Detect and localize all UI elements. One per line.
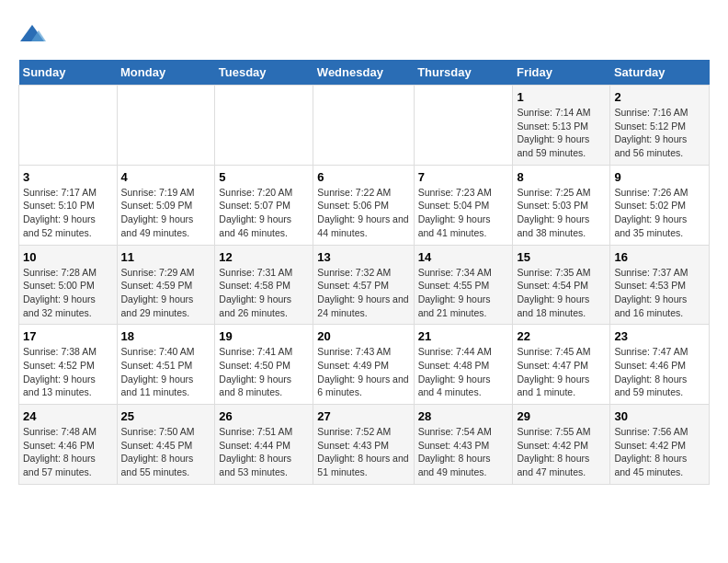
- day-info: Sunrise: 7:32 AMSunset: 4:57 PMDaylight:…: [317, 266, 409, 320]
- calendar-cell: 19Sunrise: 7:41 AMSunset: 4:50 PMDayligh…: [215, 325, 313, 405]
- day-number: 5: [219, 170, 309, 184]
- day-info: Sunrise: 7:48 AMSunset: 4:46 PMDaylight:…: [23, 425, 113, 479]
- day-number: 27: [317, 409, 409, 423]
- calendar-cell: 10Sunrise: 7:28 AMSunset: 5:00 PMDayligh…: [19, 245, 118, 325]
- day-info: Sunrise: 7:29 AMSunset: 4:59 PMDaylight:…: [121, 266, 211, 320]
- day-number: 8: [517, 170, 606, 184]
- day-info: Sunrise: 7:37 AMSunset: 4:53 PMDaylight:…: [614, 266, 705, 320]
- day-info: Sunrise: 7:44 AMSunset: 4:48 PMDaylight:…: [418, 345, 509, 399]
- col-monday: Monday: [117, 60, 215, 86]
- calendar-cell: 11Sunrise: 7:29 AMSunset: 4:59 PMDayligh…: [117, 245, 215, 325]
- day-number: 24: [23, 409, 113, 423]
- calendar-week-4: 17Sunrise: 7:38 AMSunset: 4:52 PMDayligh…: [19, 325, 710, 405]
- day-info: Sunrise: 7:54 AMSunset: 4:43 PMDaylight:…: [418, 425, 509, 479]
- calendar-cell: 21Sunrise: 7:44 AMSunset: 4:48 PMDayligh…: [414, 325, 513, 405]
- day-number: 14: [418, 250, 509, 264]
- calendar-cell: 15Sunrise: 7:35 AMSunset: 4:54 PMDayligh…: [513, 245, 610, 325]
- col-saturday: Saturday: [610, 60, 710, 86]
- calendar-cell: [117, 86, 215, 166]
- day-info: Sunrise: 7:28 AMSunset: 5:00 PMDaylight:…: [23, 266, 113, 320]
- col-sunday: Sunday: [19, 60, 118, 86]
- day-info: Sunrise: 7:34 AMSunset: 4:55 PMDaylight:…: [418, 266, 509, 320]
- calendar-cell: 26Sunrise: 7:51 AMSunset: 4:44 PMDayligh…: [215, 405, 313, 485]
- day-info: Sunrise: 7:23 AMSunset: 5:04 PMDaylight:…: [418, 186, 509, 240]
- calendar-cell: 17Sunrise: 7:38 AMSunset: 4:52 PMDayligh…: [19, 325, 118, 405]
- calendar-cell: 30Sunrise: 7:56 AMSunset: 4:42 PMDayligh…: [610, 405, 710, 485]
- day-info: Sunrise: 7:31 AMSunset: 4:58 PMDaylight:…: [219, 266, 309, 320]
- day-number: 20: [317, 329, 409, 343]
- col-wednesday: Wednesday: [313, 60, 414, 86]
- calendar-cell: 25Sunrise: 7:50 AMSunset: 4:45 PMDayligh…: [117, 405, 215, 485]
- calendar-week-2: 3Sunrise: 7:17 AMSunset: 5:10 PMDaylight…: [19, 165, 710, 245]
- calendar-cell: [313, 86, 414, 166]
- calendar-cell: 7Sunrise: 7:23 AMSunset: 5:04 PMDaylight…: [414, 165, 513, 245]
- day-number: 29: [517, 409, 606, 423]
- header-row: Sunday Monday Tuesday Wednesday Thursday…: [19, 60, 710, 86]
- day-number: 2: [614, 90, 705, 104]
- calendar-week-3: 10Sunrise: 7:28 AMSunset: 5:00 PMDayligh…: [19, 245, 710, 325]
- day-number: 9: [614, 170, 705, 184]
- day-info: Sunrise: 7:14 AMSunset: 5:13 PMDaylight:…: [517, 106, 606, 160]
- day-number: 17: [23, 329, 113, 343]
- calendar-body: 1Sunrise: 7:14 AMSunset: 5:13 PMDaylight…: [19, 86, 710, 485]
- calendar-cell: 20Sunrise: 7:43 AMSunset: 4:49 PMDayligh…: [313, 325, 414, 405]
- day-info: Sunrise: 7:40 AMSunset: 4:51 PMDaylight:…: [121, 345, 211, 399]
- calendar-cell: 8Sunrise: 7:25 AMSunset: 5:03 PMDaylight…: [513, 165, 610, 245]
- calendar-cell: 5Sunrise: 7:20 AMSunset: 5:07 PMDaylight…: [215, 165, 313, 245]
- day-info: Sunrise: 7:45 AMSunset: 4:47 PMDaylight:…: [517, 345, 606, 399]
- day-number: 22: [517, 329, 606, 343]
- calendar-cell: 9Sunrise: 7:26 AMSunset: 5:02 PMDaylight…: [610, 165, 710, 245]
- calendar-cell: 29Sunrise: 7:55 AMSunset: 4:42 PMDayligh…: [513, 405, 610, 485]
- day-number: 4: [121, 170, 211, 184]
- calendar-cell: 22Sunrise: 7:45 AMSunset: 4:47 PMDayligh…: [513, 325, 610, 405]
- day-number: 13: [317, 250, 409, 264]
- day-number: 1: [517, 90, 606, 104]
- day-number: 30: [614, 409, 705, 423]
- day-info: Sunrise: 7:22 AMSunset: 5:06 PMDaylight:…: [317, 186, 409, 240]
- calendar-cell: 14Sunrise: 7:34 AMSunset: 4:55 PMDayligh…: [414, 245, 513, 325]
- calendar-table: Sunday Monday Tuesday Wednesday Thursday…: [18, 60, 710, 485]
- day-number: 26: [219, 409, 309, 423]
- calendar-cell: 1Sunrise: 7:14 AMSunset: 5:13 PMDaylight…: [513, 86, 610, 166]
- calendar-cell: 18Sunrise: 7:40 AMSunset: 4:51 PMDayligh…: [117, 325, 215, 405]
- calendar-cell: 13Sunrise: 7:32 AMSunset: 4:57 PMDayligh…: [313, 245, 414, 325]
- day-info: Sunrise: 7:26 AMSunset: 5:02 PMDaylight:…: [614, 186, 705, 240]
- calendar-cell: 12Sunrise: 7:31 AMSunset: 4:58 PMDayligh…: [215, 245, 313, 325]
- day-info: Sunrise: 7:50 AMSunset: 4:45 PMDaylight:…: [121, 425, 211, 479]
- logo: [18, 23, 50, 51]
- day-number: 11: [121, 250, 211, 264]
- day-number: 16: [614, 250, 705, 264]
- calendar-cell: [215, 86, 313, 166]
- day-info: Sunrise: 7:38 AMSunset: 4:52 PMDaylight:…: [23, 345, 113, 399]
- day-number: 3: [23, 170, 113, 184]
- calendar-cell: 16Sunrise: 7:37 AMSunset: 4:53 PMDayligh…: [610, 245, 710, 325]
- calendar-cell: 4Sunrise: 7:19 AMSunset: 5:09 PMDaylight…: [117, 165, 215, 245]
- day-number: 21: [418, 329, 509, 343]
- day-number: 6: [317, 170, 409, 184]
- calendar-cell: 24Sunrise: 7:48 AMSunset: 4:46 PMDayligh…: [19, 405, 118, 485]
- calendar-header: Sunday Monday Tuesday Wednesday Thursday…: [19, 60, 710, 86]
- calendar-cell: 3Sunrise: 7:17 AMSunset: 5:10 PMDaylight…: [19, 165, 118, 245]
- calendar-cell: 27Sunrise: 7:52 AMSunset: 4:43 PMDayligh…: [313, 405, 414, 485]
- day-info: Sunrise: 7:25 AMSunset: 5:03 PMDaylight:…: [517, 186, 606, 240]
- day-info: Sunrise: 7:19 AMSunset: 5:09 PMDaylight:…: [121, 186, 211, 240]
- calendar-cell: 6Sunrise: 7:22 AMSunset: 5:06 PMDaylight…: [313, 165, 414, 245]
- calendar-week-1: 1Sunrise: 7:14 AMSunset: 5:13 PMDaylight…: [19, 86, 710, 166]
- col-friday: Friday: [513, 60, 610, 86]
- day-info: Sunrise: 7:17 AMSunset: 5:10 PMDaylight:…: [23, 186, 113, 240]
- day-info: Sunrise: 7:55 AMSunset: 4:42 PMDaylight:…: [517, 425, 606, 479]
- day-info: Sunrise: 7:35 AMSunset: 4:54 PMDaylight:…: [517, 266, 606, 320]
- day-info: Sunrise: 7:47 AMSunset: 4:46 PMDaylight:…: [614, 345, 705, 399]
- day-info: Sunrise: 7:51 AMSunset: 4:44 PMDaylight:…: [219, 425, 309, 479]
- calendar-week-5: 24Sunrise: 7:48 AMSunset: 4:46 PMDayligh…: [19, 405, 710, 485]
- day-number: 15: [517, 250, 606, 264]
- day-number: 12: [219, 250, 309, 264]
- calendar-cell: 2Sunrise: 7:16 AMSunset: 5:12 PMDaylight…: [610, 86, 710, 166]
- day-info: Sunrise: 7:41 AMSunset: 4:50 PMDaylight:…: [219, 345, 309, 399]
- day-number: 7: [418, 170, 509, 184]
- calendar-cell: [414, 86, 513, 166]
- day-number: 28: [418, 409, 509, 423]
- day-number: 23: [614, 329, 705, 343]
- calendar-cell: 23Sunrise: 7:47 AMSunset: 4:46 PMDayligh…: [610, 325, 710, 405]
- header: [18, 18, 710, 51]
